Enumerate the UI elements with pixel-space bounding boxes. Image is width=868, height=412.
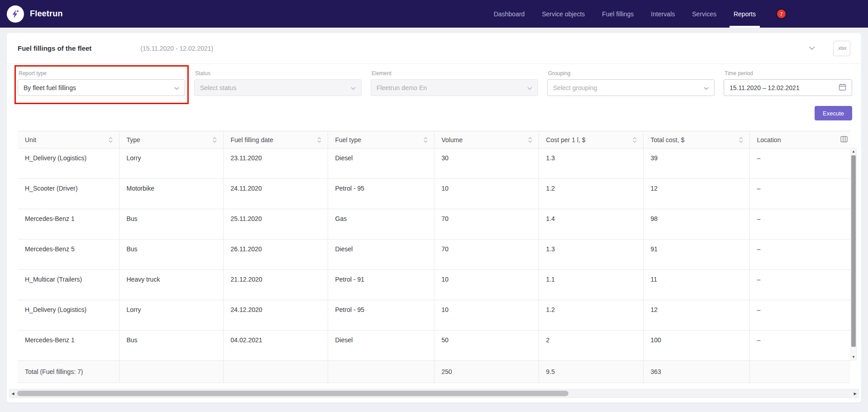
table-row[interactable]: Mercedes-Benz 1Bus25.11.2020Gas701.498–: [18, 209, 850, 240]
collapse-chevron-icon[interactable]: [809, 46, 815, 50]
total-cell: 250: [434, 361, 539, 383]
vertical-scrollbar[interactable]: ▲ ▼: [850, 148, 857, 360]
main-nav: DashboardService objectsFuel fillingsInt…: [490, 0, 760, 28]
nav-item-service-objects[interactable]: Service objects: [538, 0, 589, 28]
table-cell: –: [749, 331, 850, 361]
total-cell: [223, 361, 328, 383]
sort-icon[interactable]: [424, 137, 428, 143]
total-cell: [119, 361, 223, 383]
table-cell: H_Delivery (Logistics): [18, 149, 119, 179]
grouping-placeholder: Select grouping: [553, 84, 597, 91]
total-cell: Total (Fuel fillings: 7): [18, 361, 119, 383]
sort-icon[interactable]: [213, 137, 217, 143]
table-total-row: Total (Fuel fillings: 7)2509.5363: [18, 361, 850, 383]
nav-item-reports[interactable]: Reports: [730, 0, 760, 28]
column-header-fuel-filling-date[interactable]: Fuel filling date: [223, 131, 328, 149]
table-cell: 04.02.2021: [223, 331, 328, 361]
sort-icon[interactable]: [633, 137, 637, 143]
export-xlsx-button[interactable]: .xlsx: [833, 41, 850, 56]
report-card: Fuel fillings of the fleet (15.11.2020 -…: [7, 33, 861, 402]
report-type-select[interactable]: By fleet fuel fillings: [18, 79, 185, 96]
column-header-cost-per-1-l[interactable]: Cost per 1 l, $: [539, 131, 643, 149]
table-cell: 1.3: [539, 149, 643, 179]
horizontal-scroll-thumb[interactable]: [17, 391, 568, 396]
table-cell: 2: [539, 331, 643, 361]
scroll-right-arrow[interactable]: ▶: [852, 392, 858, 396]
table-cell: –: [749, 209, 850, 240]
table-cell: 98: [643, 209, 749, 240]
column-header-fuel-type[interactable]: Fuel type: [328, 131, 434, 149]
report-type-label: Report type: [19, 70, 185, 77]
execute-button[interactable]: Execute: [815, 106, 852, 120]
time-period-input[interactable]: 15.11.2020 – 12.02.2021: [724, 79, 852, 96]
table-cell: 100: [643, 331, 749, 361]
fleetrun-logo-icon: [10, 9, 20, 19]
table-cell: 10: [434, 179, 539, 209]
status-select[interactable]: Select status: [194, 79, 362, 96]
scroll-up-arrow[interactable]: ▲: [852, 149, 855, 154]
nav-item-services[interactable]: Services: [688, 0, 720, 28]
table-cell: –: [749, 149, 850, 179]
nav-item-fuel-fillings[interactable]: Fuel fillings: [598, 0, 638, 28]
scroll-down-arrow[interactable]: ▼: [852, 354, 855, 360]
vertical-scroll-thumb[interactable]: [851, 155, 856, 347]
table-cell: Mercedes-Benz 5: [18, 240, 119, 270]
column-settings-icon[interactable]: [840, 136, 848, 144]
grouping-label: Grouping: [548, 70, 715, 77]
column-header-total-cost[interactable]: Total cost, $: [643, 131, 749, 149]
column-label: Type: [127, 136, 140, 144]
total-cell: [328, 361, 434, 383]
table-cell: 10: [434, 300, 539, 331]
nav-item-intervals[interactable]: Intervals: [647, 0, 679, 28]
table-cell: 11: [643, 270, 749, 300]
status-label: Status: [195, 70, 362, 77]
chevron-down-icon: [704, 84, 709, 91]
sort-icon[interactable]: [109, 137, 113, 143]
element-label: Element: [372, 70, 538, 77]
scroll-left-arrow[interactable]: ◀: [10, 392, 16, 396]
filter-element: Element Fleetrun demo En: [371, 70, 538, 96]
table-cell: 26.11.2020: [223, 240, 328, 270]
sort-icon[interactable]: [528, 137, 532, 143]
table-row[interactable]: H_Multicar (Trailers)Heavy truck21.12.20…: [18, 270, 850, 300]
vertical-scroll-track[interactable]: [851, 154, 856, 354]
table-cell: Mercedes-Benz 1: [18, 209, 119, 240]
horizontal-scrollbar[interactable]: ◀ ▶: [9, 389, 859, 398]
calendar-icon[interactable]: [839, 83, 846, 92]
table-cell: 1.1: [539, 270, 643, 300]
time-period-label: Time period: [725, 70, 852, 77]
notification-badge[interactable]: 7: [777, 10, 786, 18]
table-cell: 1.4: [539, 209, 643, 240]
column-label: Unit: [25, 136, 36, 144]
topbar: Fleetrun DashboardService objectsFuel fi…: [0, 0, 868, 28]
brand-wrap: Fleetrun: [7, 0, 63, 28]
sort-icon[interactable]: [317, 137, 321, 143]
table-cell: Lorry: [119, 149, 223, 179]
total-cell: [749, 361, 850, 383]
nav-item-dashboard[interactable]: Dashboard: [490, 0, 529, 28]
total-cell: 9.5: [539, 361, 643, 383]
table-cell: H_Multicar (Trailers): [18, 270, 119, 300]
table-row[interactable]: H_Delivery (Logistics)Lorry23.11.2020Die…: [18, 149, 850, 179]
table-row[interactable]: Mercedes-Benz 5Bus26.11.2020Diesel701.39…: [18, 240, 850, 270]
column-header-volume[interactable]: Volume: [434, 131, 539, 149]
sort-icon[interactable]: [739, 137, 743, 143]
table-cell: –: [749, 270, 850, 300]
fleetrun-logo[interactable]: [7, 5, 24, 23]
element-select[interactable]: Fleetrun demo En: [371, 79, 538, 96]
filter-grouping: Grouping Select grouping: [547, 70, 715, 96]
column-label: Fuel type: [335, 136, 362, 144]
table-row[interactable]: H_Delivery (Logistics)Lorry24.12.2020Pet…: [18, 300, 850, 331]
table-cell: 12: [643, 300, 749, 331]
column-header-type[interactable]: Type: [119, 131, 223, 149]
table-cell: Diesel: [328, 331, 434, 361]
table-cell: 1.3: [539, 240, 643, 270]
table-row[interactable]: Mercedes-Benz 1Bus04.02.2021Diesel502100…: [18, 331, 850, 361]
column-header-unit[interactable]: Unit: [18, 131, 119, 149]
table-row[interactable]: H_Scooter (Driver)Motorbike24.11.2020Pet…: [18, 179, 850, 209]
status-placeholder: Select status: [200, 84, 236, 91]
table-cell: Gas: [328, 209, 434, 240]
horizontal-scroll-track[interactable]: [16, 389, 852, 398]
table-cell: –: [749, 179, 850, 209]
grouping-select[interactable]: Select grouping: [547, 79, 715, 96]
